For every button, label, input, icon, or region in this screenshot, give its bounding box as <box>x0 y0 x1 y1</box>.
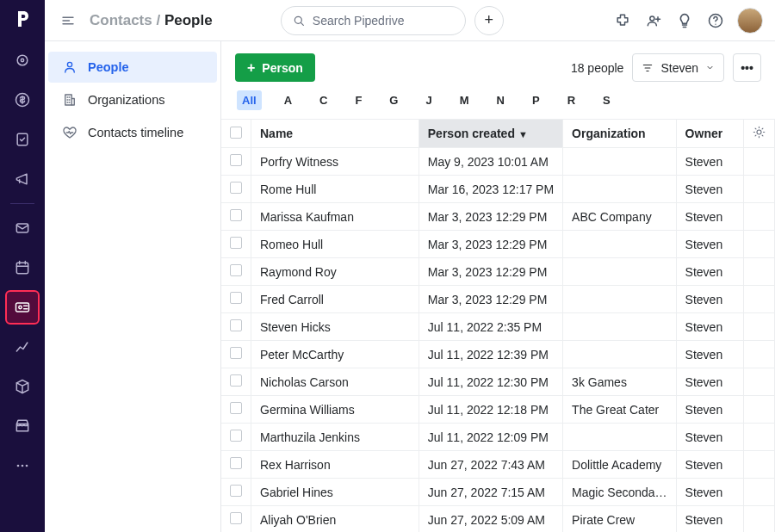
cell-owner[interactable]: Steven <box>676 451 743 479</box>
table-row[interactable]: Rome HullMar 16, 2023 12:17 PMSteven <box>221 176 775 203</box>
avatar[interactable] <box>737 8 763 34</box>
row-checkbox[interactable] <box>221 341 251 368</box>
alpha-filter-all[interactable]: All <box>237 90 262 110</box>
sidebar-item-people[interactable]: People <box>48 52 217 83</box>
cell-owner[interactable]: Steven <box>676 368 743 396</box>
cell-organization[interactable]: Dolittle Academy <box>563 451 677 479</box>
cell-name[interactable]: Steven Hicks <box>251 313 419 341</box>
cell-organization[interactable] <box>563 286 677 313</box>
row-checkbox[interactable] <box>221 286 251 313</box>
cell-owner[interactable]: Steven <box>676 148 743 176</box>
cell-organization[interactable]: Magic Seconda… <box>563 479 677 506</box>
cell-owner[interactable]: Steven <box>676 424 743 451</box>
row-checkbox[interactable] <box>221 203 251 231</box>
cell-organization[interactable]: The Great Cater <box>563 396 677 424</box>
cell-organization[interactable] <box>563 148 677 176</box>
column-header-name[interactable]: Name <box>251 120 419 148</box>
cell-name[interactable]: Romeo Hull <box>251 231 419 258</box>
column-settings-button[interactable] <box>743 120 774 148</box>
more-actions-button[interactable]: ••• <box>733 53 761 82</box>
rail-item-deals[interactable] <box>5 83 40 117</box>
table-row[interactable]: Nicholas CarsonJul 11, 2022 12:30 PM3k G… <box>221 368 775 396</box>
cell-owner[interactable]: Steven <box>676 176 743 203</box>
table-row[interactable]: Romeo HullMar 3, 2023 12:29 PMSteven <box>221 231 775 258</box>
tips-icon[interactable] <box>675 11 694 30</box>
row-checkbox[interactable] <box>221 451 251 479</box>
menu-toggle-icon[interactable] <box>57 9 79 32</box>
cell-name[interactable]: Rex Harrison <box>251 451 419 479</box>
cell-organization[interactable] <box>563 341 677 368</box>
select-all-checkbox[interactable] <box>221 120 251 148</box>
row-checkbox[interactable] <box>221 258 251 286</box>
cell-owner[interactable]: Steven <box>676 396 743 424</box>
cell-organization[interactable]: ABC Company <box>563 203 677 231</box>
sidebar-item-timeline[interactable]: Contacts timeline <box>48 117 217 148</box>
alpha-filter-g[interactable]: G <box>384 90 403 110</box>
table-row[interactable]: Marthuzila JenkinsJul 11, 2022 12:09 PMS… <box>221 424 775 451</box>
rail-item-projects[interactable] <box>5 122 40 157</box>
extensions-icon[interactable] <box>613 11 632 30</box>
quick-add-button[interactable]: + <box>474 6 504 35</box>
alpha-filter-r[interactable]: R <box>562 90 580 110</box>
alpha-filter-s[interactable]: S <box>598 90 616 110</box>
alpha-filter-p[interactable]: P <box>527 90 545 110</box>
app-logo[interactable] <box>10 7 34 31</box>
cell-owner[interactable]: Steven <box>676 313 743 341</box>
cell-name[interactable]: Marthuzila Jenkins <box>251 424 419 451</box>
cell-name[interactable]: Peter McCarthy <box>251 341 419 368</box>
cell-name[interactable]: Fred Carroll <box>251 286 419 313</box>
search-input[interactable]: Search Pipedrive <box>281 6 466 35</box>
cell-organization[interactable] <box>563 231 677 258</box>
row-checkbox[interactable] <box>221 506 251 533</box>
table-row[interactable]: Gabriel HinesJun 27, 2022 7:15 AMMagic S… <box>221 479 775 506</box>
table-row[interactable]: Steven HicksJul 11, 2022 2:35 PMSteven <box>221 313 775 341</box>
help-icon[interactable] <box>706 11 725 30</box>
row-checkbox[interactable] <box>221 479 251 506</box>
cell-organization[interactable] <box>563 313 677 341</box>
row-checkbox[interactable] <box>221 313 251 341</box>
cell-organization[interactable] <box>563 258 677 286</box>
alpha-filter-m[interactable]: M <box>455 90 474 110</box>
table-row[interactable]: Fred CarrollMar 3, 2023 12:29 PMSteven <box>221 286 775 313</box>
cell-owner[interactable]: Steven <box>676 258 743 286</box>
alpha-filter-n[interactable]: N <box>492 90 510 110</box>
table-row[interactable]: Germina WilliamsJul 11, 2022 12:18 PMThe… <box>221 396 775 424</box>
cell-name[interactable]: Germina Williams <box>251 396 419 424</box>
alpha-filter-j[interactable]: J <box>420 90 437 110</box>
cell-organization[interactable] <box>563 424 677 451</box>
add-person-button[interactable]: + Person <box>235 53 315 82</box>
cell-name[interactable]: Nicholas Carson <box>251 368 419 396</box>
alpha-filter-f[interactable]: F <box>350 90 367 110</box>
cell-organization[interactable] <box>563 176 677 203</box>
cell-name[interactable]: Porfry Witness <box>251 148 419 176</box>
table-row[interactable]: Peter McCarthyJul 11, 2022 12:39 PMSteve… <box>221 341 775 368</box>
rail-item-mail[interactable] <box>5 211 40 245</box>
column-header-organization[interactable]: Organization <box>563 120 677 148</box>
row-checkbox[interactable] <box>221 176 251 203</box>
table-row[interactable]: Porfry WitnessMay 9, 2023 10:01 AMSteven <box>221 148 775 176</box>
table-row[interactable]: Marissa KaufmanMar 3, 2023 12:29 PMABC C… <box>221 203 775 231</box>
table-row[interactable]: Raymond RoyMar 3, 2023 12:29 PMSteven <box>221 258 775 286</box>
cell-organization[interactable]: 3k Games <box>563 368 677 396</box>
rail-item-products[interactable] <box>5 369 40 404</box>
cell-name[interactable]: Marissa Kaufman <box>251 203 419 231</box>
row-checkbox[interactable] <box>221 148 251 176</box>
cell-name[interactable]: Gabriel Hines <box>251 479 419 506</box>
alpha-filter-c[interactable]: C <box>314 90 332 110</box>
rail-item-activities[interactable] <box>5 251 40 285</box>
column-header-owner[interactable]: Owner <box>676 120 743 148</box>
rail-item-contacts[interactable] <box>5 290 40 325</box>
cell-owner[interactable]: Steven <box>676 479 743 506</box>
cell-name[interactable]: Aliyah O'Brien <box>251 506 419 533</box>
cell-name[interactable]: Raymond Roy <box>251 258 419 286</box>
row-checkbox[interactable] <box>221 231 251 258</box>
row-checkbox[interactable] <box>221 368 251 396</box>
row-checkbox[interactable] <box>221 424 251 451</box>
row-checkbox[interactable] <box>221 396 251 424</box>
cell-owner[interactable]: Steven <box>676 341 743 368</box>
rail-item-campaigns[interactable] <box>5 162 40 196</box>
alpha-filter-a[interactable]: A <box>279 90 297 110</box>
cell-owner[interactable]: Steven <box>676 231 743 258</box>
sidebar-item-organizations[interactable]: Organizations <box>48 84 217 115</box>
rail-item-leads[interactable] <box>5 43 40 77</box>
